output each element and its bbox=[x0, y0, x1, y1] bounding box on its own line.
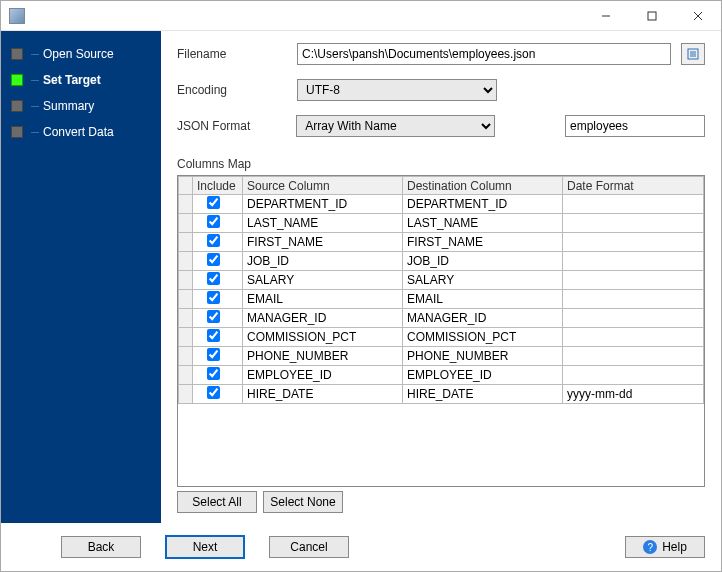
svg-rect-1 bbox=[648, 12, 656, 20]
main-panel: Filename Encoding UTF-8 J bbox=[161, 31, 721, 523]
destination-cell[interactable]: FIRST_NAME bbox=[403, 233, 563, 252]
table-row[interactable]: HIRE_DATEHIRE_DATEyyyy-mm-dd bbox=[179, 385, 704, 404]
maximize-icon bbox=[647, 11, 657, 21]
cancel-button[interactable]: Cancel bbox=[269, 536, 349, 558]
destination-cell[interactable]: HIRE_DATE bbox=[403, 385, 563, 404]
jsonformat-select[interactable]: Array With Name bbox=[296, 115, 495, 137]
dateformat-cell[interactable] bbox=[563, 309, 704, 328]
row-header-blank bbox=[179, 177, 193, 195]
source-cell[interactable]: HIRE_DATE bbox=[243, 385, 403, 404]
col-source[interactable]: Source Column bbox=[243, 177, 403, 195]
filename-input[interactable] bbox=[297, 43, 671, 65]
step-marker-icon bbox=[11, 74, 23, 86]
source-cell[interactable]: MANAGER_ID bbox=[243, 309, 403, 328]
dateformat-cell[interactable] bbox=[563, 195, 704, 214]
step-marker-icon bbox=[11, 48, 23, 60]
include-checkbox[interactable] bbox=[207, 329, 220, 342]
destination-cell[interactable]: PHONE_NUMBER bbox=[403, 347, 563, 366]
row-header-cell bbox=[179, 347, 193, 366]
table-row[interactable]: LAST_NAMELAST_NAME bbox=[179, 214, 704, 233]
source-cell[interactable]: LAST_NAME bbox=[243, 214, 403, 233]
encoding-select[interactable]: UTF-8 bbox=[297, 79, 497, 101]
close-button[interactable] bbox=[675, 1, 721, 31]
include-cell bbox=[193, 214, 243, 233]
maximize-button[interactable] bbox=[629, 1, 675, 31]
row-header-cell bbox=[179, 309, 193, 328]
wizard-sidebar: Open Source Set Target Summary Convert D… bbox=[1, 31, 161, 523]
include-cell bbox=[193, 347, 243, 366]
step-set-target[interactable]: Set Target bbox=[1, 67, 161, 93]
destination-cell[interactable]: DEPARTMENT_ID bbox=[403, 195, 563, 214]
table-row[interactable]: SALARYSALARY bbox=[179, 271, 704, 290]
include-checkbox[interactable] bbox=[207, 234, 220, 247]
source-cell[interactable]: FIRST_NAME bbox=[243, 233, 403, 252]
dateformat-cell[interactable]: yyyy-mm-dd bbox=[563, 385, 704, 404]
include-checkbox[interactable] bbox=[207, 367, 220, 380]
dateformat-cell[interactable] bbox=[563, 252, 704, 271]
dateformat-cell[interactable] bbox=[563, 290, 704, 309]
row-header-cell bbox=[179, 366, 193, 385]
help-button[interactable]: ? Help bbox=[625, 536, 705, 558]
table-row[interactable]: DEPARTMENT_IDDEPARTMENT_ID bbox=[179, 195, 704, 214]
source-cell[interactable]: DEPARTMENT_ID bbox=[243, 195, 403, 214]
source-cell[interactable]: COMMISSION_PCT bbox=[243, 328, 403, 347]
destination-cell[interactable]: COMMISSION_PCT bbox=[403, 328, 563, 347]
destination-cell[interactable]: LAST_NAME bbox=[403, 214, 563, 233]
table-row[interactable]: MANAGER_IDMANAGER_ID bbox=[179, 309, 704, 328]
destination-cell[interactable]: EMAIL bbox=[403, 290, 563, 309]
row-header-cell bbox=[179, 328, 193, 347]
include-cell bbox=[193, 195, 243, 214]
include-cell bbox=[193, 366, 243, 385]
col-dateformat[interactable]: Date Format bbox=[563, 177, 704, 195]
source-cell[interactable]: JOB_ID bbox=[243, 252, 403, 271]
dateformat-cell[interactable] bbox=[563, 214, 704, 233]
include-checkbox[interactable] bbox=[207, 310, 220, 323]
row-header-cell bbox=[179, 233, 193, 252]
source-cell[interactable]: EMAIL bbox=[243, 290, 403, 309]
step-marker-icon bbox=[11, 126, 23, 138]
next-button[interactable]: Next bbox=[165, 535, 245, 559]
include-checkbox[interactable] bbox=[207, 348, 220, 361]
step-label: Summary bbox=[43, 99, 94, 113]
destination-cell[interactable]: MANAGER_ID bbox=[403, 309, 563, 328]
source-cell[interactable]: SALARY bbox=[243, 271, 403, 290]
source-cell[interactable]: EMPLOYEE_ID bbox=[243, 366, 403, 385]
include-cell bbox=[193, 271, 243, 290]
destination-cell[interactable]: JOB_ID bbox=[403, 252, 563, 271]
destination-cell[interactable]: SALARY bbox=[403, 271, 563, 290]
dateformat-cell[interactable] bbox=[563, 347, 704, 366]
select-none-button[interactable]: Select None bbox=[263, 491, 343, 513]
table-row[interactable]: JOB_IDJOB_ID bbox=[179, 252, 704, 271]
jsonname-input[interactable] bbox=[565, 115, 705, 137]
table-row[interactable]: PHONE_NUMBERPHONE_NUMBER bbox=[179, 347, 704, 366]
col-include[interactable]: Include bbox=[193, 177, 243, 195]
dateformat-cell[interactable] bbox=[563, 366, 704, 385]
select-all-button[interactable]: Select All bbox=[177, 491, 257, 513]
table-row[interactable]: COMMISSION_PCTCOMMISSION_PCT bbox=[179, 328, 704, 347]
col-destination[interactable]: Destination Column bbox=[403, 177, 563, 195]
step-summary[interactable]: Summary bbox=[1, 93, 161, 119]
columns-map-table-wrap[interactable]: Include Source Column Destination Column… bbox=[177, 175, 705, 487]
row-header-cell bbox=[179, 195, 193, 214]
table-row[interactable]: EMAILEMAIL bbox=[179, 290, 704, 309]
browse-icon bbox=[686, 47, 700, 61]
destination-cell[interactable]: EMPLOYEE_ID bbox=[403, 366, 563, 385]
browse-button[interactable] bbox=[681, 43, 705, 65]
dateformat-cell[interactable] bbox=[563, 271, 704, 290]
dateformat-cell[interactable] bbox=[563, 328, 704, 347]
dateformat-cell[interactable] bbox=[563, 233, 704, 252]
source-cell[interactable]: PHONE_NUMBER bbox=[243, 347, 403, 366]
step-convert-data[interactable]: Convert Data bbox=[1, 119, 161, 145]
table-row[interactable]: FIRST_NAMEFIRST_NAME bbox=[179, 233, 704, 252]
step-open-source[interactable]: Open Source bbox=[1, 41, 161, 67]
include-checkbox[interactable] bbox=[207, 272, 220, 285]
include-checkbox[interactable] bbox=[207, 253, 220, 266]
include-checkbox[interactable] bbox=[207, 196, 220, 209]
back-button[interactable]: Back bbox=[61, 536, 141, 558]
minimize-button[interactable] bbox=[583, 1, 629, 31]
app-window: Open Source Set Target Summary Convert D… bbox=[0, 0, 722, 572]
include-checkbox[interactable] bbox=[207, 386, 220, 399]
include-checkbox[interactable] bbox=[207, 215, 220, 228]
include-checkbox[interactable] bbox=[207, 291, 220, 304]
table-row[interactable]: EMPLOYEE_IDEMPLOYEE_ID bbox=[179, 366, 704, 385]
